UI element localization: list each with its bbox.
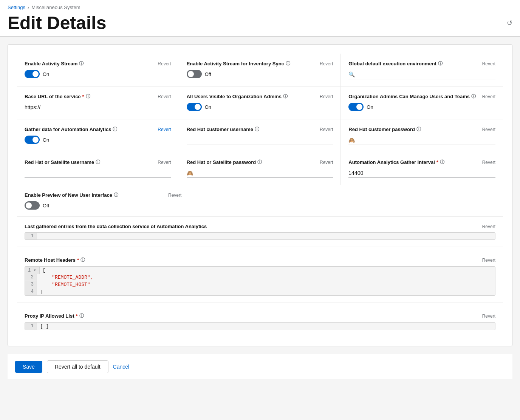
help-icon[interactable]: ⓘ [96, 159, 100, 165]
help-icon[interactable]: ⓘ [286, 60, 290, 67]
full-label-row: Remote Host Headers * ⓘ Revert [25, 257, 495, 263]
field-label: All Users Visible to Organization Admins… [187, 93, 288, 100]
revert-redhat-username[interactable]: Revert [320, 127, 333, 132]
help-icon[interactable]: ⓘ [471, 93, 476, 100]
field-last-gathered: Last gathered entries from the data coll… [17, 217, 503, 247]
breadcrumb-separator: › [28, 5, 29, 10]
field-label: Red Hat or Satellite username ⓘ [25, 159, 100, 165]
revert-all-users-visible[interactable]: Revert [320, 94, 333, 99]
top-header: Settings › Miscellaneous System Edit Det… [0, 0, 520, 37]
revert-activity-stream-inventory[interactable]: Revert [320, 61, 333, 66]
required-marker: * [77, 257, 79, 263]
help-icon[interactable]: ⓘ [255, 126, 259, 133]
toggle-row: On [25, 136, 171, 144]
redhat-customer-username-input[interactable] [187, 136, 333, 145]
revert-gather-data[interactable]: Revert [158, 127, 171, 132]
slider [187, 70, 202, 78]
code-line-3: 3 "REMOTE_HOST" [25, 281, 495, 288]
slider [25, 201, 40, 210]
revert-remote-host-headers[interactable]: Revert [482, 258, 495, 263]
required-marker: * [76, 313, 77, 319]
line-number: 2 [25, 274, 37, 281]
help-icon[interactable]: ⓘ [440, 159, 444, 165]
help-icon[interactable]: ⓘ [114, 192, 118, 198]
revert-satellite-password[interactable]: Revert [320, 160, 333, 165]
field-label-row: Gather data for Automation Analytics ⓘ R… [25, 126, 171, 133]
field-label: Global default execution environment ⓘ [348, 60, 443, 67]
form-row-2: Base URL of the service * ⓘ Revert All U… [17, 86, 503, 119]
help-icon[interactable]: ⓘ [438, 60, 443, 67]
help-icon[interactable]: ⓘ [257, 159, 262, 165]
revert-last-gathered[interactable]: Revert [482, 224, 495, 229]
gather-interval-input[interactable]: 14400 [348, 168, 495, 178]
toggle-enable-preview[interactable] [25, 201, 40, 210]
revert-gather-interval[interactable]: Revert [482, 160, 495, 165]
code-line-1: 1 ▾ [ [25, 267, 495, 274]
help-icon[interactable]: ⓘ [416, 126, 421, 133]
slider [25, 70, 40, 78]
help-icon[interactable]: ⓘ [80, 257, 85, 263]
last-gathered-code: 1 [25, 232, 495, 240]
satellite-username-input[interactable] [25, 168, 171, 178]
help-icon[interactable]: ⓘ [113, 126, 117, 133]
toggle-row: On [187, 103, 333, 111]
field-base-url: Base URL of the service * ⓘ Revert [17, 86, 179, 119]
field-satellite-password: Red Hat or Satellite password ⓘ Revert 🙈 [179, 152, 341, 185]
toggle-row: Off [25, 201, 181, 210]
field-label: Enable Activity Stream for Inventory Syn… [187, 60, 290, 67]
field-enable-activity-stream-inventory: Enable Activity Stream for Inventory Syn… [179, 54, 341, 86]
help-icon[interactable]: ⓘ [283, 93, 288, 100]
field-all-users-visible: All Users Visible to Organization Admins… [179, 86, 341, 119]
field-label-row: Base URL of the service * ⓘ Revert [25, 93, 171, 100]
revert-preview-new-ui[interactable]: Revert [168, 193, 181, 198]
breadcrumb-settings-link[interactable]: Settings [8, 5, 25, 10]
field-label: Proxy IP Allowed List * ⓘ [25, 313, 84, 319]
field-gather-data: Gather data for Automation Analytics ⓘ R… [17, 119, 179, 152]
revert-global-exec-env[interactable]: Revert [482, 61, 495, 66]
field-automation-gather-interval: Automation Analytics Gather Interval * ⓘ… [341, 152, 503, 185]
help-icon[interactable]: ⓘ [79, 60, 84, 67]
page-title: Edit Details [8, 12, 106, 33]
form-row-4: Red Hat or Satellite username ⓘ Revert R… [17, 152, 503, 185]
global-exec-env-search[interactable] [357, 71, 495, 77]
breadcrumb-current: Miscellaneous System [31, 5, 80, 10]
field-label-row: Organization Admins Can Manage Users and… [348, 93, 495, 100]
field-satellite-username: Red Hat or Satellite username ⓘ Revert [17, 152, 179, 185]
code-line-4: 4 ] [25, 288, 495, 295]
revert-redhat-customer-password[interactable]: Revert [482, 127, 495, 132]
revert-org-admins[interactable]: Revert [482, 94, 495, 99]
toggle-enable-activity-stream[interactable] [25, 70, 40, 78]
field-org-admins-manage-users: Organization Admins Can Manage Users and… [341, 86, 503, 119]
help-icon[interactable]: ⓘ [79, 313, 84, 319]
base-url-input[interactable] [25, 103, 171, 112]
code-line-2: 2 "REMOTE_ADDR", [25, 274, 495, 281]
toggle-activity-stream-inventory[interactable] [187, 70, 202, 78]
field-label-row: Enable Preview of New User Interface ⓘ R… [25, 192, 181, 198]
revert-all-button[interactable]: Revert all to default [47, 360, 108, 373]
toggle-gather-data[interactable] [25, 136, 40, 144]
breadcrumb: Settings › Miscellaneous System [8, 5, 512, 10]
toggle-org-admins[interactable] [348, 103, 364, 111]
cancel-button[interactable]: Cancel [113, 361, 130, 373]
slider [25, 136, 40, 144]
search-icon: 🔍 [348, 71, 355, 77]
proxy-ip-code[interactable]: 1 [ ] [25, 322, 495, 330]
remote-host-headers-code[interactable]: 1 ▾ [ 2 "REMOTE_ADDR", 3 "REMOTE_HOST" 4… [25, 266, 495, 296]
revert-proxy-ip[interactable]: Revert [482, 313, 495, 319]
page-title-row: Edit Details ↺ [8, 12, 512, 33]
field-label: Enable Preview of New User Interface ⓘ [25, 192, 118, 198]
history-icon[interactable]: ↺ [507, 19, 512, 27]
revert-base-url[interactable]: Revert [158, 94, 171, 99]
revert-enable-activity-stream[interactable]: Revert [158, 61, 171, 66]
toggle-all-users-visible[interactable] [187, 103, 202, 111]
save-button[interactable]: Save [15, 361, 42, 373]
field-redhat-customer-username: Red Hat customer username ⓘ Revert [179, 119, 341, 152]
toggle-label: Off [205, 71, 211, 77]
help-icon[interactable]: ⓘ [86, 93, 90, 100]
field-label-row: Red Hat customer password ⓘ Revert [348, 126, 495, 133]
revert-satellite-username[interactable]: Revert [158, 160, 171, 165]
field-label-row: Enable Activity Stream ⓘ Revert [25, 60, 171, 67]
search-input-wrapper: 🔍 [348, 70, 495, 79]
eye-slash-icon[interactable]: 🙈 [348, 137, 355, 143]
eye-slash-icon[interactable]: 🙈 [187, 170, 193, 176]
